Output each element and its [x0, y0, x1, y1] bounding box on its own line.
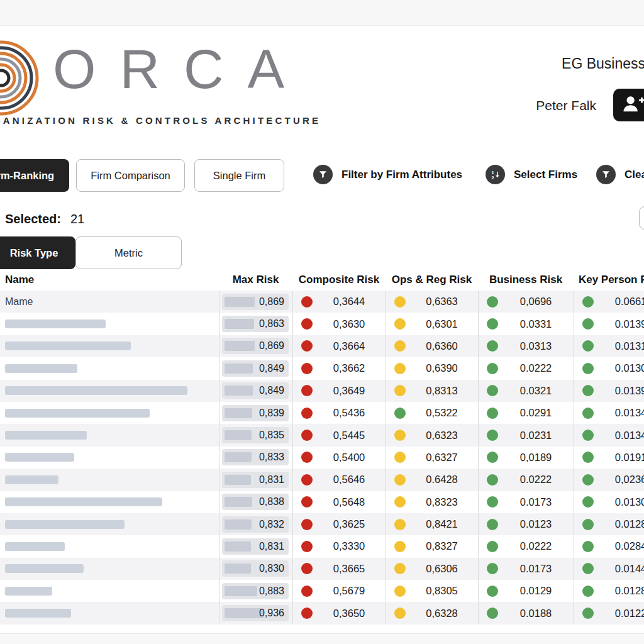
key-person-risk-value: 0.0130	[594, 496, 644, 508]
select-firms-button[interactable]: 1 2 Select Firms	[486, 165, 577, 184]
composite-risk-value: 0,3649	[313, 385, 386, 397]
red-status-dot	[301, 296, 313, 308]
org-label: EG Business	[562, 55, 644, 72]
composite-risk-value: 0,3644	[313, 296, 386, 308]
table-row[interactable]: 0,849 0,3649 0,8313 0.0321 0.0139	[0, 380, 644, 402]
max-risk-bar	[225, 297, 255, 307]
toggle-metric[interactable]: Metric	[75, 236, 182, 269]
green-status-dot	[582, 608, 594, 619]
key-person-risk-cell: 0.0130	[574, 357, 644, 379]
red-status-dot	[301, 608, 313, 619]
max-risk-bar	[225, 475, 251, 485]
max-risk-cell: 0,831	[219, 469, 292, 491]
column-header-composite-risk[interactable]: Composite Risk	[292, 274, 386, 286]
table-row[interactable]: 0,832 0,3625 0,8421 0.0123 0.0128	[0, 513, 644, 535]
table-row[interactable]: 0,833 0,5400 0,6327 0,0189 0.0191	[0, 447, 644, 469]
business-risk-cell: 0.0222	[478, 357, 574, 379]
max-risk-bar	[225, 319, 254, 329]
business-risk-value: 0.0313	[498, 340, 574, 352]
ops-reg-risk-cell: 0,8421	[386, 513, 478, 535]
business-risk-value: 0.0188	[498, 608, 574, 619]
business-risk-value: 0.0231	[498, 430, 574, 441]
table-row[interactable]: 0,831 0,3330 0,8327 0.0222 0.0284	[0, 535, 644, 557]
add-user-button[interactable]	[613, 89, 644, 121]
max-risk-bar	[225, 519, 252, 530]
business-risk-cell: 0.0321	[478, 380, 574, 402]
filter-by-firm-attributes-button[interactable]: Filter by Firm Attributes	[313, 165, 462, 184]
add-user-icon	[621, 93, 644, 117]
composite-risk-value: 0,5445	[313, 430, 386, 441]
toggle-risk-type[interactable]: Risk Type	[0, 236, 75, 269]
green-status-dot	[582, 474, 594, 486]
red-status-dot	[301, 586, 313, 597]
business-risk-cell: 0.0129	[478, 580, 574, 602]
selected-label: Selected:	[5, 212, 61, 226]
key-person-risk-value: 0.0284	[594, 540, 644, 552]
green-status-dot	[582, 586, 594, 597]
clear-selection-button[interactable]: Clear Selection	[596, 165, 644, 184]
tab-firm-ranking[interactable]: Firm-Ranking	[0, 159, 69, 192]
clipped-right-button[interactable]	[639, 206, 644, 230]
yellow-status-dot	[394, 385, 406, 396]
table-row[interactable]: 0,869 0,3664 0,6360 0.0313 0.0131	[0, 335, 644, 357]
key-person-risk-value: 0.0144	[594, 563, 644, 575]
green-status-dot	[487, 363, 498, 374]
app-window: ORCA ORGANIZATION RISK & CONTROLS ARCHIT…	[0, 0, 644, 644]
green-status-dot	[582, 452, 594, 463]
green-status-dot	[487, 318, 498, 330]
yellow-status-dot	[394, 452, 406, 463]
composite-risk-value: 0,3625	[313, 518, 386, 530]
composite-risk-cell: 0,5646	[292, 469, 386, 491]
business-risk-cell: 0.0188	[478, 602, 574, 624]
composite-risk-cell: 0,3650	[292, 602, 386, 624]
business-risk-cell: 0.0222	[478, 469, 574, 491]
key-person-risk-cell: 0.0134	[574, 402, 644, 424]
table-row[interactable]: 0,838 0,5648 0,8323 0.0173 0.0130	[0, 491, 644, 513]
ops-reg-risk-cell: 0,6327	[386, 447, 478, 469]
ops-reg-risk-value: 0,6301	[406, 318, 478, 330]
business-risk-cell: 0.0231	[478, 424, 574, 446]
table-row[interactable]: 0,863 0,3630 0,6301 0.0331 0.0139	[0, 313, 644, 335]
composite-risk-value: 0,5436	[313, 407, 386, 419]
business-risk-cell: 0,0696	[478, 291, 574, 313]
max-risk-cell: 0,830	[219, 558, 292, 580]
max-risk-cell: 0,869	[219, 291, 292, 313]
key-person-risk-cell: 0.0128	[574, 513, 644, 535]
table-row[interactable]: 0,839 0,5436 0,5322 0.0291 0.0134	[0, 402, 644, 424]
column-header-business-risk[interactable]: Business Risk	[478, 274, 574, 286]
table-row[interactable]: 0,883 0,5679 0,8305 0.0129 0.0128	[0, 580, 644, 602]
max-risk-value: 0,832	[259, 519, 289, 530]
red-status-dot	[301, 452, 313, 463]
column-header-key-person-risk[interactable]: Key Person Risk	[574, 274, 644, 286]
name-cell	[0, 402, 219, 424]
ops-reg-risk-value: 0,6363	[406, 296, 478, 308]
table-row[interactable]: 0,849 0,3662 0,6390 0.0222 0.0130	[0, 357, 644, 379]
table-row[interactable]: 0,936 0,3650 0,6328 0.0188 0.0122	[0, 602, 644, 624]
table-row[interactable]: 0,830 0,3665 0,6306 0.0173 0.0144	[0, 558, 644, 580]
tab-single-firm[interactable]: Single Firm	[194, 159, 284, 192]
tab-firm-comparison[interactable]: Firm Comparison	[76, 159, 185, 192]
column-header-name[interactable]: Name	[0, 274, 219, 286]
firm-name-redacted-bar	[5, 497, 162, 506]
key-person-risk-cell: 0,0236	[574, 469, 644, 491]
bottom-strip	[0, 633, 644, 644]
composite-risk-value: 0,5400	[313, 452, 386, 464]
name-cell	[0, 424, 219, 446]
green-status-dot	[487, 430, 498, 441]
max-risk-bar	[225, 386, 253, 396]
table-row[interactable]: 0,831 0,5646 0.6428 0.0222 0,0236	[0, 469, 644, 491]
business-risk-value: 0.0129	[498, 585, 574, 597]
firm-name-redacted-bar	[5, 542, 65, 551]
key-person-risk-cell: 0.0144	[574, 558, 644, 580]
composite-risk-value: 0,5679	[313, 585, 386, 597]
svg-text:2: 2	[491, 175, 494, 180]
table-row[interactable]: Mame 0,869 0,3644 0,6363 0,0696 0.0661	[0, 291, 644, 313]
table-header: Name Max Risk Composite Risk Ops & Reg R…	[0, 270, 644, 289]
column-header-ops-reg-risk[interactable]: Ops & Reg Risk	[386, 274, 478, 286]
column-header-max-risk[interactable]: Max Risk	[219, 274, 292, 286]
name-cell	[0, 357, 219, 379]
table-row[interactable]: 0,835 0,5445 0,6323 0.0231 0.0134	[0, 424, 644, 446]
red-status-dot	[301, 385, 313, 396]
max-risk-bar	[225, 452, 252, 462]
filter-funnel-icon	[313, 165, 333, 184]
